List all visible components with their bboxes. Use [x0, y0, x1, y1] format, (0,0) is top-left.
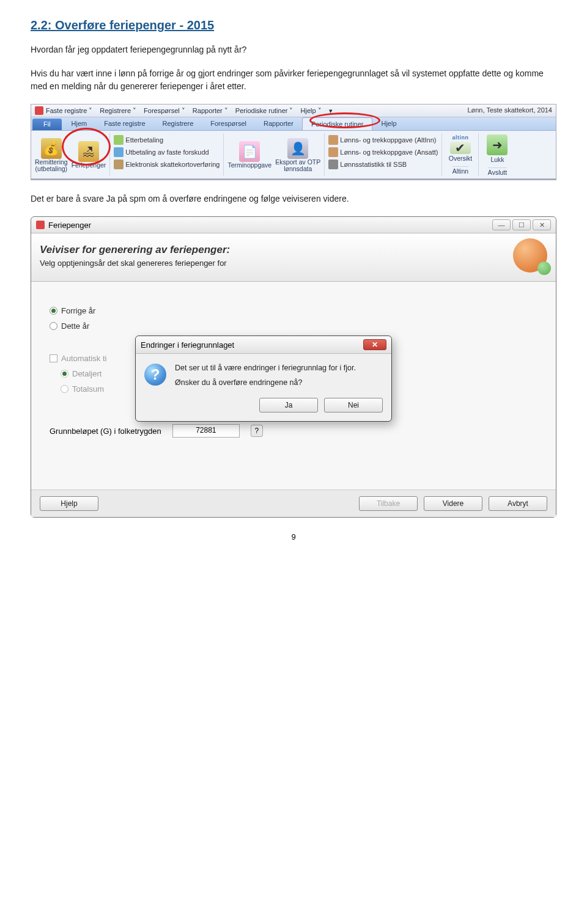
remittering-icon[interactable]: 💰: [41, 138, 62, 159]
ribbon-context-label: Lønn, Teste skattekort, 2014: [467, 106, 552, 115]
section-heading: 2.2: Overføre feriepenger - 2015: [31, 18, 556, 32]
menu-foresporsel[interactable]: Forespørsel ˅: [144, 107, 185, 115]
lonns-trekk-ansatt-button[interactable]: Lønns- og trekkoppgave (Ansatt): [328, 147, 438, 158]
option-dette-aar-label: Dette år: [61, 321, 89, 331]
lonns-trekk-altinn-button[interactable]: Lønns- og trekkoppgave (AltInn): [328, 134, 436, 145]
wizard-body: Forrige år Dette år Automatisk ti Detalj…: [31, 282, 556, 490]
radio-icon: [61, 385, 68, 393]
wizard-footer: Hjelp Tilbake Videre Avbryt: [31, 490, 556, 517]
close-button[interactable]: ✕: [533, 219, 551, 230]
etterbetaling-button[interactable]: Etterbetaling: [114, 134, 163, 145]
wizard-avbryt-button[interactable]: Avbryt: [489, 496, 547, 511]
tab-faste-registre[interactable]: Faste registre: [95, 117, 153, 130]
page-number: 9: [31, 532, 556, 541]
grunnbelop-input[interactable]: 72881: [172, 424, 240, 438]
app-logo-icon: [35, 106, 43, 115]
eksport-otp-icon[interactable]: 👤: [287, 138, 308, 159]
utbetaling-forskudd-button[interactable]: Utbetaling av faste forskudd: [114, 147, 209, 158]
skattekort-button[interactable]: Elektronisk skattekortoverføring: [114, 159, 220, 170]
minimize-button[interactable]: —: [492, 219, 511, 230]
question-icon: ?: [144, 364, 166, 386]
terminoppgave-icon[interactable]: 📄: [239, 141, 260, 162]
option-detaljert-label: Detaljert: [72, 369, 102, 378]
grunnbelop-label: Grunnbeløpet (G) i folketrygden: [50, 427, 161, 436]
radio-icon: [50, 307, 57, 315]
wizard-titlebar: Feriepenger — ☐ ✕: [31, 217, 556, 233]
ribbon-screenshot: Faste registre ˅ Registrere ˅ Forespørse…: [31, 104, 556, 180]
wizard-heading: Veiviser for generering av feriepenger:: [40, 244, 230, 256]
radio-icon: [50, 322, 57, 330]
wizard-tilbake-button: Tilbake: [359, 496, 418, 511]
ribbon-menus: Faste registre ˅ Registrere ˅ Forespørse…: [46, 107, 333, 115]
checkbox-automatisk-label: Automatisk ti: [61, 354, 106, 363]
remittering-label: Remittering (utbetaling): [35, 159, 68, 173]
menu-rapporter[interactable]: Rapporter ˅: [193, 107, 228, 115]
intro-question: Hvordan får jeg oppdatert feriepengegrun…: [31, 43, 556, 56]
confirm-dialog-title: Endringer i feriegrunnlaget: [141, 340, 234, 350]
annotation-circle-periodiske-rutiner: [309, 112, 380, 128]
confirm-dialog-line1: Det ser ut til å være endringer i ferieg…: [175, 364, 356, 372]
stat-icon: [328, 160, 338, 169]
confirm-dialog-close-button[interactable]: ✕: [363, 339, 386, 350]
skattekort-icon: [114, 160, 124, 169]
etterbetaling-icon: [114, 135, 124, 145]
wizard-window-title: Feriepenger: [48, 221, 91, 230]
app-logo-icon: [36, 221, 45, 229]
doc-icon: [328, 135, 338, 145]
tab-fil[interactable]: Fil: [32, 119, 62, 130]
wizard-videre-button[interactable]: Videre: [424, 496, 482, 511]
tab-rapporter[interactable]: Rapporter: [255, 117, 302, 130]
lonnsstatistikk-ssb-button[interactable]: Lønnsstatistikk til SSB: [328, 159, 407, 170]
menu-hjelp[interactable]: Hjelp ˅: [301, 107, 322, 115]
avslutt-section-label: Avslutt: [488, 167, 507, 177]
radio-icon: [61, 370, 68, 378]
doc-icon: [328, 147, 338, 157]
wizard-header: Veiviser for generering av feriepenger: …: [31, 233, 556, 282]
confirm-dialog-line2: Ønsker du å overføre endringene nå?: [175, 378, 356, 387]
utbetaling-icon: [114, 147, 124, 157]
tab-registrere[interactable]: Registrere: [154, 117, 202, 130]
confirm-dialog: Endringer i feriegrunnlaget ✕ ? Det ser …: [135, 336, 392, 422]
confirm-nei-button[interactable]: Nei: [324, 398, 383, 413]
option-forrige-aar[interactable]: Forrige år: [50, 306, 537, 315]
grunnbelop-row: Grunnbeløpet (G) i folketrygden 72881 ?: [50, 424, 537, 438]
grunnbelop-help-button[interactable]: ?: [251, 425, 263, 437]
ribbon-titlebar: Faste registre ˅ Registrere ˅ Forespørse…: [31, 105, 556, 117]
maximize-button[interactable]: ☐: [512, 219, 531, 230]
confirm-dialog-titlebar: Endringer i feriegrunnlaget ✕: [136, 336, 391, 354]
ribbon-body: 💰 Remittering (utbetaling) 🏖 Feriepenger…: [31, 131, 556, 180]
wizard-window: Feriepenger — ☐ ✕ Veiviser for genererin…: [31, 216, 556, 518]
option-forrige-aar-label: Forrige år: [61, 306, 95, 315]
tab-foresporsel[interactable]: Forespørsel: [202, 117, 255, 130]
option-dette-aar[interactable]: Dette år: [50, 321, 537, 331]
altinn-logo-icon: altinn: [452, 134, 468, 141]
intro-paragraph: Hvis du har vært inne i lønn på forrige …: [31, 67, 556, 93]
altinn-section-label: Altinn: [452, 166, 468, 175]
lukk-label: Lukk: [490, 156, 504, 164]
option-totalsum-label: Totalsum: [72, 384, 104, 394]
terminoppgave-label: Terminoppgave: [227, 162, 271, 169]
instruction-paragraph: Det er bare å svare Ja på spm om å overf…: [31, 193, 556, 205]
confirm-ja-button[interactable]: Ja: [259, 398, 318, 413]
lukk-icon[interactable]: ➜: [487, 134, 508, 155]
oversikt-label: Oversikt: [449, 155, 473, 163]
wizard-hjelp-button[interactable]: Hjelp: [40, 496, 98, 511]
wizard-avatar-icon: [513, 238, 547, 273]
menu-faste-registre[interactable]: Faste registre ˅: [46, 107, 92, 115]
ribbon-tabstrip: Fil Hjem Faste registre Registrere Fores…: [31, 117, 556, 131]
menu-registrere[interactable]: Registrere ˅: [100, 107, 136, 115]
eksport-otp-label: Eksport av OTP lønnsdata: [275, 159, 320, 173]
wizard-subheading: Velg opptjeningsår det skal genereres fe…: [40, 258, 230, 268]
menu-periodiske-rutiner[interactable]: Periodiske rutiner ˅: [235, 107, 294, 115]
annotation-circle-feriepenger: [62, 128, 111, 166]
checkbox-icon: [50, 354, 57, 362]
altinn-oversikt-icon[interactable]: ✔: [450, 142, 471, 154]
